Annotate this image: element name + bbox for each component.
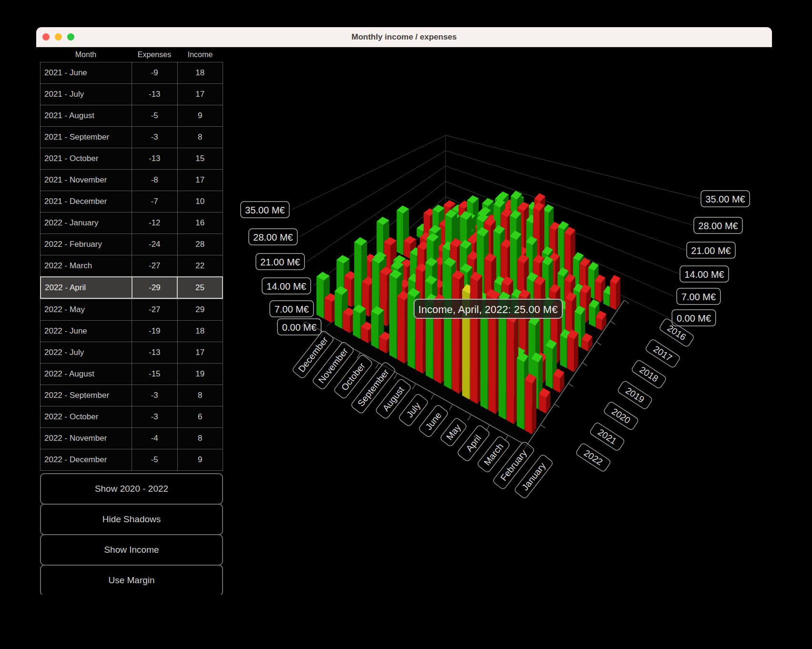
month-cell[interactable]: 2022 - October [41, 406, 132, 427]
expenses-cell[interactable]: -8 [132, 170, 177, 191]
expenses-cell[interactable]: -3 [132, 385, 177, 406]
svg-text:7.00 M€: 7.00 M€ [274, 304, 309, 314]
table-row[interactable]: 2022 - September-38 [40, 385, 223, 406]
expenses-cell[interactable]: -3 [132, 127, 177, 148]
table-row[interactable]: 2022 - March-2722 [40, 255, 223, 276]
income-cell[interactable]: 18 [177, 321, 223, 342]
table-row[interactable]: 2022 - December-59 [40, 449, 223, 470]
table-row[interactable]: 2021 - November-817 [40, 169, 223, 191]
table-row[interactable]: 2021 - October-1315 [40, 148, 223, 169]
expenses-cell[interactable]: -3 [132, 406, 177, 427]
bar-expenses[interactable] [507, 313, 518, 424]
income-cell[interactable]: 18 [177, 62, 223, 83]
bar-expenses[interactable] [610, 275, 620, 310]
table-row[interactable]: 2022 - August-1519 [40, 363, 223, 385]
income-cell[interactable]: 10 [177, 191, 223, 212]
month-cell[interactable]: 2022 - May [41, 299, 132, 320]
month-cell[interactable]: 2021 - July [41, 84, 132, 105]
table-row[interactable]: 2022 - May-2729 [40, 299, 223, 320]
bar-expenses[interactable] [539, 388, 550, 414]
expenses-cell[interactable]: -24 [132, 234, 177, 255]
expenses-cell[interactable]: -13 [132, 84, 177, 105]
table-row[interactable]: 2021 - July-1317 [40, 83, 223, 105]
income-cell[interactable]: 9 [177, 105, 223, 126]
table-row-selected[interactable]: 2022 - April-2925 [40, 276, 223, 299]
table-row[interactable]: 2022 - June-1918 [40, 320, 223, 342]
zoom-button[interactable] [67, 33, 74, 41]
income-cell[interactable]: 8 [177, 127, 223, 148]
month-cell[interactable]: 2021 - December [41, 191, 132, 212]
expenses-cell[interactable]: -12 [132, 213, 177, 233]
value-axis-label: 14.00 M€ [262, 278, 311, 294]
month-cell[interactable]: 2022 - November [41, 428, 132, 449]
value-axis-label: 7.00 M€ [677, 288, 721, 304]
income-cell[interactable]: 17 [177, 170, 223, 191]
bar-expenses[interactable] [568, 330, 579, 372]
month-cell[interactable]: 2022 - September [41, 385, 132, 406]
svg-text:35.00 M€: 35.00 M€ [705, 194, 745, 204]
data-table-body[interactable]: 2021 - June-9182021 - July-13172021 - Au… [40, 62, 223, 471]
app-window: Monthly income / expenses DecemberNovemb… [36, 27, 772, 595]
expenses-cell[interactable]: -9 [132, 62, 177, 83]
month-cell[interactable]: 2022 - March [41, 255, 132, 276]
month-cell[interactable]: 2022 - February [41, 234, 132, 255]
income-cell[interactable]: 28 [177, 234, 223, 255]
month-cell[interactable]: 2022 - August [41, 364, 132, 385]
income-cell[interactable]: 8 [177, 385, 223, 406]
window-title: Monthly income / expenses [351, 32, 457, 42]
expenses-cell[interactable]: -27 [132, 299, 177, 320]
month-cell[interactable]: 2021 - September [41, 127, 132, 148]
value-axis-label: 0.00 M€ [277, 319, 321, 335]
expenses-cell[interactable]: -4 [132, 428, 177, 449]
expenses-cell[interactable]: -13 [132, 342, 177, 363]
value-axis-label: 35.00 M€ [701, 191, 750, 207]
expenses-cell[interactable]: -7 [132, 191, 177, 212]
table-row[interactable]: 2021 - December-710 [40, 191, 223, 212]
month-cell[interactable]: 2021 - October [41, 148, 132, 169]
table-row[interactable]: 2021 - September-38 [40, 126, 223, 148]
income-cell[interactable]: 8 [177, 428, 223, 449]
table-row[interactable]: 2022 - November-48 [40, 427, 223, 449]
income-cell[interactable]: 22 [177, 255, 223, 276]
expenses-cell[interactable]: -29 [132, 277, 177, 298]
month-cell[interactable]: 2022 - July [41, 342, 132, 363]
expenses-cell[interactable]: -27 [132, 255, 177, 276]
expenses-cell[interactable]: -5 [132, 449, 177, 470]
month-cell[interactable]: 2022 - June [41, 321, 132, 342]
expenses-cell[interactable]: -5 [132, 105, 177, 126]
income-cell[interactable]: 17 [177, 84, 223, 105]
expenses-cell[interactable]: -15 [132, 364, 177, 385]
income-cell[interactable]: 6 [177, 406, 223, 427]
minimize-button[interactable] [55, 33, 62, 41]
show-years-button[interactable]: Show 2020 - 2022 [40, 473, 223, 505]
expenses-cell[interactable]: -13 [132, 148, 177, 169]
table-row[interactable]: 2022 - February-2428 [40, 233, 223, 255]
use-margin-button[interactable]: Use Margin [40, 565, 223, 595]
show-income-button[interactable]: Show Income [40, 534, 223, 566]
income-cell[interactable]: 9 [177, 449, 223, 470]
value-axis-labels-left: 0.00 M€7.00 M€14.00 M€21.00 M€28.00 M€35… [241, 202, 321, 335]
month-cell[interactable]: 2022 - January [41, 213, 132, 233]
table-row[interactable]: 2021 - June-918 [40, 62, 223, 83]
income-cell[interactable]: 17 [177, 342, 223, 363]
table-row[interactable]: 2022 - October-36 [40, 406, 223, 427]
income-cell[interactable]: 29 [177, 299, 223, 320]
month-cell[interactable]: 2022 - April [41, 277, 132, 298]
expenses-cell[interactable]: -19 [132, 321, 177, 342]
svg-text:21.00 M€: 21.00 M€ [691, 245, 731, 256]
income-cell[interactable]: 16 [177, 213, 223, 233]
table-row[interactable]: 2022 - July-1317 [40, 342, 223, 363]
table-row[interactable]: 2021 - August-59 [40, 105, 223, 126]
close-button[interactable] [42, 33, 50, 41]
table-row[interactable]: 2022 - January-1216 [40, 212, 223, 233]
income-cell[interactable]: 19 [177, 364, 223, 385]
month-cell[interactable]: 2021 - August [41, 105, 132, 126]
bar-expenses[interactable] [525, 374, 536, 435]
month-cell[interactable]: 2022 - December [41, 449, 132, 470]
income-cell[interactable]: 15 [177, 148, 223, 169]
income-cell[interactable]: 25 [177, 277, 222, 298]
month-cell[interactable]: 2021 - June [41, 62, 132, 83]
month-cell[interactable]: 2021 - November [41, 170, 132, 191]
hide-shadows-button[interactable]: Hide Shadows [40, 504, 223, 535]
title-bar[interactable]: Monthly income / expenses [36, 27, 772, 47]
